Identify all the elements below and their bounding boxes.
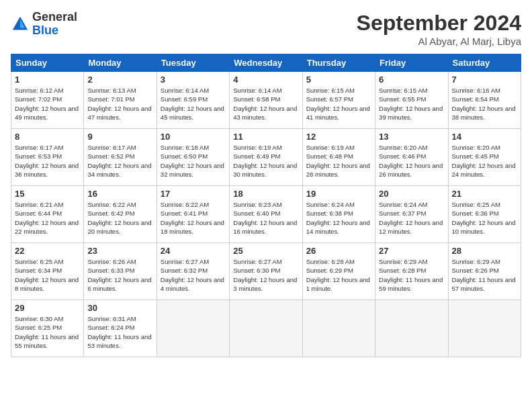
day-number: 4	[233, 75, 298, 85]
day-info: Sunrise: 6:30 AMSunset: 6:25 PMDaylight:…	[15, 314, 80, 350]
day-info: Sunrise: 6:21 AMSunset: 6:44 PMDaylight:…	[15, 200, 80, 236]
logo-text: General Blue	[32, 11, 77, 38]
page-header: General Blue September 2024 Al Abyar, Al…	[11, 11, 521, 47]
calendar-cell: 4 Sunrise: 6:14 AMSunset: 6:58 PMDayligh…	[230, 72, 302, 129]
calendar-cell: 14 Sunrise: 6:20 AMSunset: 6:45 PMDaylig…	[448, 129, 521, 186]
calendar-week-row: 29 Sunrise: 6:30 AMSunset: 6:25 PMDaylig…	[11, 300, 521, 357]
day-header-sunday: Sunday	[11, 54, 84, 72]
day-number: 24	[161, 246, 226, 256]
calendar-cell: 15 Sunrise: 6:21 AMSunset: 6:44 PMDaylig…	[11, 186, 84, 243]
calendar-cell	[230, 300, 302, 357]
day-number: 30	[87, 303, 152, 313]
calendar-cell: 7 Sunrise: 6:16 AMSunset: 6:54 PMDayligh…	[448, 72, 521, 129]
day-info: Sunrise: 6:19 AMSunset: 6:48 PMDaylight:…	[306, 143, 371, 179]
day-number: 8	[15, 132, 80, 142]
day-header-friday: Friday	[375, 54, 448, 72]
day-info: Sunrise: 6:14 AMSunset: 6:59 PMDaylight:…	[161, 86, 226, 122]
logo-icon	[11, 15, 30, 34]
day-number: 6	[379, 75, 444, 85]
calendar-cell: 5 Sunrise: 6:15 AMSunset: 6:57 PMDayligh…	[302, 72, 375, 129]
day-info: Sunrise: 6:17 AMSunset: 6:52 PMDaylight:…	[87, 143, 152, 179]
day-header-thursday: Thursday	[302, 54, 375, 72]
calendar-cell: 12 Sunrise: 6:19 AMSunset: 6:48 PMDaylig…	[302, 129, 375, 186]
day-number: 18	[233, 189, 298, 199]
calendar-cell	[157, 300, 229, 357]
calendar-cell	[302, 300, 375, 357]
day-info: Sunrise: 6:28 AMSunset: 6:29 PMDaylight:…	[306, 257, 371, 293]
calendar-cell: 23 Sunrise: 6:26 AMSunset: 6:33 PMDaylig…	[84, 243, 157, 300]
calendar-cell: 27 Sunrise: 6:29 AMSunset: 6:28 PMDaylig…	[375, 243, 448, 300]
day-info: Sunrise: 6:13 AMSunset: 7:01 PMDaylight:…	[87, 86, 152, 122]
day-number: 21	[452, 189, 517, 199]
day-number: 27	[379, 246, 444, 256]
day-number: 10	[161, 132, 226, 142]
day-number: 9	[87, 132, 152, 142]
calendar-cell: 13 Sunrise: 6:20 AMSunset: 6:46 PMDaylig…	[375, 129, 448, 186]
day-info: Sunrise: 6:23 AMSunset: 6:40 PMDaylight:…	[233, 200, 298, 236]
calendar-cell: 17 Sunrise: 6:22 AMSunset: 6:41 PMDaylig…	[157, 186, 229, 243]
day-info: Sunrise: 6:15 AMSunset: 6:55 PMDaylight:…	[379, 86, 444, 122]
day-number: 7	[452, 75, 517, 85]
calendar-cell: 20 Sunrise: 6:24 AMSunset: 6:37 PMDaylig…	[375, 186, 448, 243]
day-info: Sunrise: 6:29 AMSunset: 6:28 PMDaylight:…	[379, 257, 444, 293]
calendar-cell: 30 Sunrise: 6:31 AMSunset: 6:24 PMDaylig…	[84, 300, 157, 357]
day-info: Sunrise: 6:17 AMSunset: 6:53 PMDaylight:…	[15, 143, 80, 179]
calendar-cell: 21 Sunrise: 6:25 AMSunset: 6:36 PMDaylig…	[448, 186, 521, 243]
title-block: September 2024 Al Abyar, Al Marj, Libya	[357, 11, 521, 47]
day-number: 29	[15, 303, 80, 313]
day-number: 19	[306, 189, 371, 199]
day-info: Sunrise: 6:24 AMSunset: 6:37 PMDaylight:…	[379, 200, 444, 236]
day-number: 14	[452, 132, 517, 142]
calendar-cell: 9 Sunrise: 6:17 AMSunset: 6:52 PMDayligh…	[84, 129, 157, 186]
day-info: Sunrise: 6:27 AMSunset: 6:32 PMDaylight:…	[161, 257, 226, 293]
day-number: 1	[15, 75, 80, 85]
day-number: 16	[87, 189, 152, 199]
day-number: 26	[306, 246, 371, 256]
day-header-monday: Monday	[84, 54, 157, 72]
day-info: Sunrise: 6:27 AMSunset: 6:30 PMDaylight:…	[233, 257, 298, 293]
day-number: 22	[15, 246, 80, 256]
location: Al Abyar, Al Marj, Libya	[357, 36, 521, 47]
calendar-cell: 10 Sunrise: 6:18 AMSunset: 6:50 PMDaylig…	[157, 129, 229, 186]
day-number: 17	[161, 189, 226, 199]
day-number: 20	[379, 189, 444, 199]
day-info: Sunrise: 6:22 AMSunset: 6:42 PMDaylight:…	[87, 200, 152, 236]
calendar-cell: 1 Sunrise: 6:12 AMSunset: 7:02 PMDayligh…	[11, 72, 84, 129]
day-number: 3	[161, 75, 226, 85]
day-number: 5	[306, 75, 371, 85]
day-info: Sunrise: 6:26 AMSunset: 6:33 PMDaylight:…	[87, 257, 152, 293]
calendar-cell: 22 Sunrise: 6:25 AMSunset: 6:34 PMDaylig…	[11, 243, 84, 300]
logo: General Blue	[11, 11, 77, 38]
day-info: Sunrise: 6:22 AMSunset: 6:41 PMDaylight:…	[161, 200, 226, 236]
calendar-cell: 29 Sunrise: 6:30 AMSunset: 6:25 PMDaylig…	[11, 300, 84, 357]
day-number: 13	[379, 132, 444, 142]
calendar-cell: 2 Sunrise: 6:13 AMSunset: 7:01 PMDayligh…	[84, 72, 157, 129]
calendar-cell	[375, 300, 448, 357]
day-number: 28	[452, 246, 517, 256]
calendar-cell: 26 Sunrise: 6:28 AMSunset: 6:29 PMDaylig…	[302, 243, 375, 300]
day-info: Sunrise: 6:15 AMSunset: 6:57 PMDaylight:…	[306, 86, 371, 122]
day-info: Sunrise: 6:24 AMSunset: 6:38 PMDaylight:…	[306, 200, 371, 236]
day-info: Sunrise: 6:12 AMSunset: 7:02 PMDaylight:…	[15, 86, 80, 122]
calendar-cell: 18 Sunrise: 6:23 AMSunset: 6:40 PMDaylig…	[230, 186, 302, 243]
calendar-cell: 19 Sunrise: 6:24 AMSunset: 6:38 PMDaylig…	[302, 186, 375, 243]
calendar-table: SundayMondayTuesdayWednesdayThursdayFrid…	[11, 54, 521, 357]
calendar-cell: 11 Sunrise: 6:19 AMSunset: 6:49 PMDaylig…	[230, 129, 302, 186]
calendar-header-row: SundayMondayTuesdayWednesdayThursdayFrid…	[11, 54, 521, 72]
calendar-week-row: 22 Sunrise: 6:25 AMSunset: 6:34 PMDaylig…	[11, 243, 521, 300]
day-number: 12	[306, 132, 371, 142]
calendar-cell	[448, 300, 521, 357]
day-info: Sunrise: 6:18 AMSunset: 6:50 PMDaylight:…	[161, 143, 226, 179]
day-info: Sunrise: 6:25 AMSunset: 6:34 PMDaylight:…	[15, 257, 80, 293]
calendar-cell: 24 Sunrise: 6:27 AMSunset: 6:32 PMDaylig…	[157, 243, 229, 300]
calendar-cell: 28 Sunrise: 6:29 AMSunset: 6:26 PMDaylig…	[448, 243, 521, 300]
day-header-wednesday: Wednesday	[230, 54, 302, 72]
day-number: 11	[233, 132, 298, 142]
day-number: 23	[87, 246, 152, 256]
calendar-week-row: 15 Sunrise: 6:21 AMSunset: 6:44 PMDaylig…	[11, 186, 521, 243]
calendar-cell: 25 Sunrise: 6:27 AMSunset: 6:30 PMDaylig…	[230, 243, 302, 300]
day-info: Sunrise: 6:20 AMSunset: 6:46 PMDaylight:…	[379, 143, 444, 179]
day-info: Sunrise: 6:31 AMSunset: 6:24 PMDaylight:…	[87, 314, 152, 350]
calendar-week-row: 8 Sunrise: 6:17 AMSunset: 6:53 PMDayligh…	[11, 129, 521, 186]
calendar-week-row: 1 Sunrise: 6:12 AMSunset: 7:02 PMDayligh…	[11, 72, 521, 129]
